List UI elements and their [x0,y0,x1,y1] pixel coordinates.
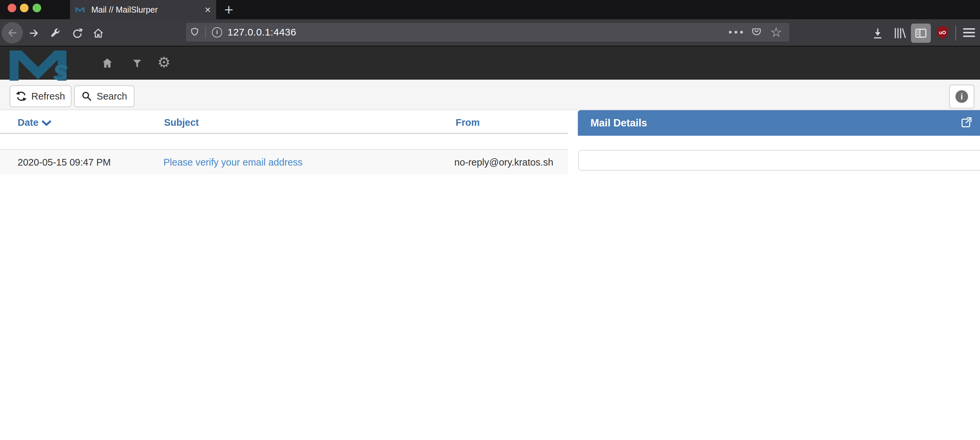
home-button[interactable] [92,27,105,39]
browser-tab-bar: s Mail // MailSlurper × + [0,0,980,19]
info-button[interactable]: i [949,84,974,108]
page-actions-icon[interactable] [729,31,743,33]
nav-filter-icon[interactable] [132,59,142,68]
pocket-icon[interactable] [751,27,762,37]
refresh-label: Refresh [31,91,65,102]
urlbar-divider [205,26,206,38]
back-arrow-icon [6,27,18,39]
info-icon: i [955,90,968,103]
mail-list-row[interactable]: 2020-05-15 09:47 PM Please verify your e… [0,149,568,175]
mail-date: 2020-05-15 09:47 PM [18,150,111,175]
mail-details-header: Mail Details [578,110,980,136]
downloads-button[interactable] [871,27,885,39]
mail-details-content [578,150,980,170]
mail-from: no-reply@ory.kratos.sh [454,150,553,175]
nav-settings-gear-icon[interactable]: ⚙ [158,55,170,70]
bookmark-star-icon[interactable]: ☆ [770,25,782,39]
ublock-origin-icon[interactable]: uO [935,25,950,40]
menu-hamburger-button[interactable] [963,28,976,38]
close-tab-icon[interactable]: × [205,4,211,15]
url-bar[interactable]: i 127.0.0.1:4436 ☆ [186,23,789,41]
sidebar-icon [915,28,927,38]
toolbar-separator [955,26,956,40]
column-header-subject: Subject [164,117,199,128]
column-header-from: From [456,117,480,128]
wrench-icon[interactable] [49,27,61,39]
url-text[interactable]: 127.0.0.1:4436 [228,27,296,38]
svg-text:s: s [82,8,85,12]
reload-button[interactable] [71,27,83,39]
search-icon [81,91,92,102]
window-close-button[interactable] [8,4,16,12]
mailslurper-navbar: s ⚙ [0,46,980,79]
svg-text:uO: uO [939,30,946,35]
open-external-icon[interactable] [960,117,972,129]
search-button[interactable]: Search [74,85,135,107]
tracking-shield-icon[interactable] [190,27,199,37]
sort-chevron-down-icon[interactable] [41,120,51,127]
mail-subject-link[interactable]: Please verify your email address [163,150,302,175]
nav-home-icon[interactable] [102,58,113,68]
refresh-icon [16,91,27,102]
column-header-date[interactable]: Date [18,117,38,128]
new-tab-button[interactable]: + [219,0,239,19]
tab-title: Mail // MailSlurper [91,5,201,14]
window-zoom-button[interactable] [33,4,41,12]
sidebar-toggle-button[interactable] [911,24,931,43]
forward-button[interactable] [28,27,40,39]
library-button[interactable] [892,27,907,39]
back-button[interactable] [2,22,23,43]
browser-tab-mailslurper[interactable]: s Mail // MailSlurper × [70,0,216,19]
site-info-icon[interactable]: i [212,27,222,38]
action-strip: Refresh Search i [0,79,980,110]
search-label: Search [97,91,127,102]
mail-details-title: Mail Details [590,110,647,136]
browser-toolbar: i 127.0.0.1:4436 ☆ uO [0,19,980,46]
refresh-button[interactable]: Refresh [10,85,72,107]
table-header-border [0,133,568,134]
mailslurper-logo[interactable]: s [9,48,81,81]
mailslurper-favicon-icon: s [75,7,87,12]
window-minimize-button[interactable] [20,4,29,12]
svg-text:s: s [53,54,69,81]
